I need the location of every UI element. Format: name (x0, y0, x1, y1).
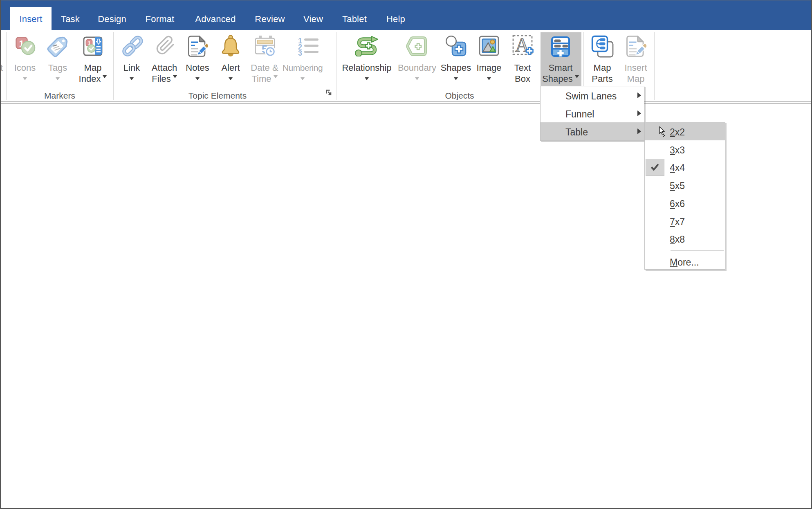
svg-text:3: 3 (298, 49, 302, 56)
